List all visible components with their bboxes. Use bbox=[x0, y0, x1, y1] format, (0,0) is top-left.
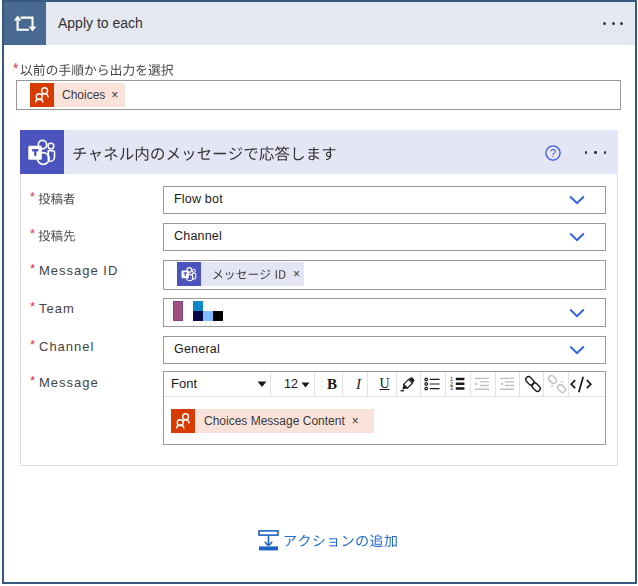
svg-text:3: 3 bbox=[450, 385, 453, 391]
svg-text:?: ? bbox=[550, 147, 556, 159]
